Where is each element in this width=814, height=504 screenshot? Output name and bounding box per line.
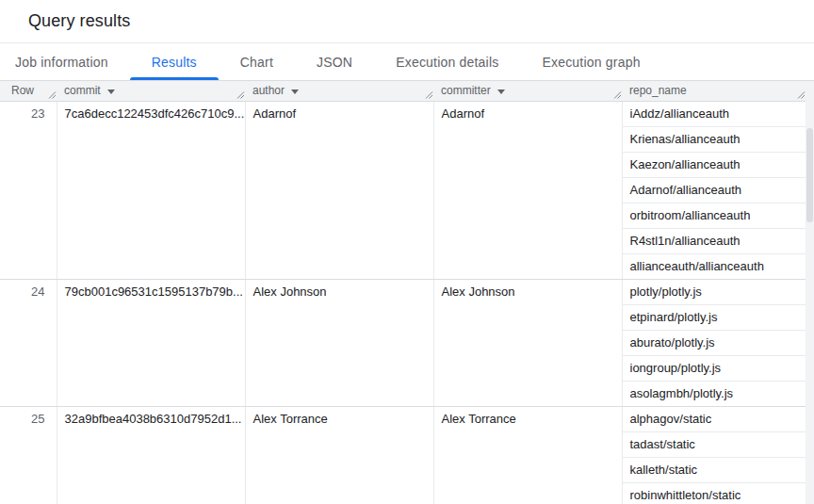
filter-dropdown-icon[interactable] xyxy=(497,89,505,94)
cell-repo-name: tadast/static xyxy=(622,431,806,457)
results-table-body: 237ca6decc122453dfc426c710c9...AdarnofAd… xyxy=(0,101,806,504)
column-label: Row xyxy=(11,84,34,97)
column-resize-handle[interactable] xyxy=(48,87,57,95)
column-resize-handle[interactable] xyxy=(797,87,806,95)
scrollbar-thumb[interactable] xyxy=(806,128,813,222)
column-header-repo-name[interactable]: repo_name xyxy=(622,81,806,101)
cell-repo-name: allianceauth/allianceauth xyxy=(622,253,806,279)
column-label: repo_name xyxy=(629,84,687,97)
table-row: 237ca6decc122453dfc426c710c9...AdarnofAd… xyxy=(0,101,806,126)
column-label: committer xyxy=(441,84,491,97)
column-resize-handle[interactable] xyxy=(236,87,245,95)
cell-row-number: 23 xyxy=(0,101,57,279)
cell-repo-name: asolagmbh/plotly.js xyxy=(622,381,806,406)
cell-repo-name: iongroup/plotly.js xyxy=(622,355,806,381)
cell-repo-name: iAddz/allianceauth xyxy=(622,101,806,126)
cell-repo-name: Adarnof/allianceauth xyxy=(622,177,806,203)
cell-committer: Alex Johnson xyxy=(433,279,622,406)
tab-execution-details[interactable]: Execution details xyxy=(374,43,520,80)
column-label: commit xyxy=(64,84,101,97)
cell-author: Alex Johnson xyxy=(245,279,433,406)
cell-row-number: 25 xyxy=(0,406,57,504)
column-label: author xyxy=(252,84,285,97)
column-resize-handle[interactable] xyxy=(613,87,622,95)
column-header-row[interactable]: Row xyxy=(0,81,57,101)
query-results-header: Query results xyxy=(0,0,814,43)
results-table-area: Row commit author committer repo_name xyxy=(0,81,814,504)
column-header-commit[interactable]: commit xyxy=(57,81,245,101)
cell-repo-name: etpinard/plotly.js xyxy=(622,304,806,330)
tab-chart[interactable]: Chart xyxy=(219,43,295,80)
tab-job-information[interactable]: Job information xyxy=(0,43,130,80)
cell-repo-name: plotly/plotly.js xyxy=(622,279,806,304)
cell-repo-name: Krienas/allianceauth xyxy=(622,126,806,152)
tab-json[interactable]: JSON xyxy=(295,43,374,80)
results-table: Row commit author committer repo_name xyxy=(0,81,806,504)
column-resize-handle[interactable] xyxy=(425,87,433,95)
page-title: Query results xyxy=(28,11,130,31)
table-header-row: Row commit author committer repo_name xyxy=(0,81,806,101)
column-header-author[interactable]: author xyxy=(245,81,433,101)
cell-repo-name: orbitroom/allianceauth xyxy=(622,203,806,228)
cell-author: Adarnof xyxy=(245,101,433,279)
table-row: 2532a9bfbea4038b6310d7952d1...Alex Torra… xyxy=(0,406,806,431)
cell-commit: 79cb001c96531c1595137b79b... xyxy=(57,279,245,406)
column-header-committer[interactable]: committer xyxy=(433,81,622,101)
cell-commit: 7ca6decc122453dfc426c710c9... xyxy=(57,101,245,279)
cell-commit: 32a9bfbea4038b6310d7952d1... xyxy=(57,406,245,504)
results-tabbar: Job information Results Chart JSON Execu… xyxy=(0,43,814,81)
cell-committer: Adarnof xyxy=(433,101,622,279)
cell-repo-name: Kaezon/allianceauth xyxy=(622,152,806,177)
table-row: 2479cb001c96531c1595137b79b...Alex Johns… xyxy=(0,279,806,304)
vertical-scrollbar[interactable] xyxy=(806,81,814,504)
cell-repo-name: alphagov/static xyxy=(622,406,806,431)
cell-repo-name: kalleth/static xyxy=(622,457,806,482)
cell-repo-name: aburato/plotly.js xyxy=(622,330,806,355)
filter-dropdown-icon[interactable] xyxy=(291,89,299,94)
tab-execution-graph[interactable]: Execution graph xyxy=(520,43,661,80)
tab-results[interactable]: Results xyxy=(130,43,219,80)
cell-author: Alex Torrance xyxy=(245,406,433,504)
filter-dropdown-icon[interactable] xyxy=(107,89,115,94)
cell-row-number: 24 xyxy=(0,279,57,406)
cell-repo-name: R4stl1n/allianceauth xyxy=(622,228,806,253)
cell-repo-name: robinwhittleton/static xyxy=(622,482,806,504)
cell-committer: Alex Torrance xyxy=(433,406,622,504)
